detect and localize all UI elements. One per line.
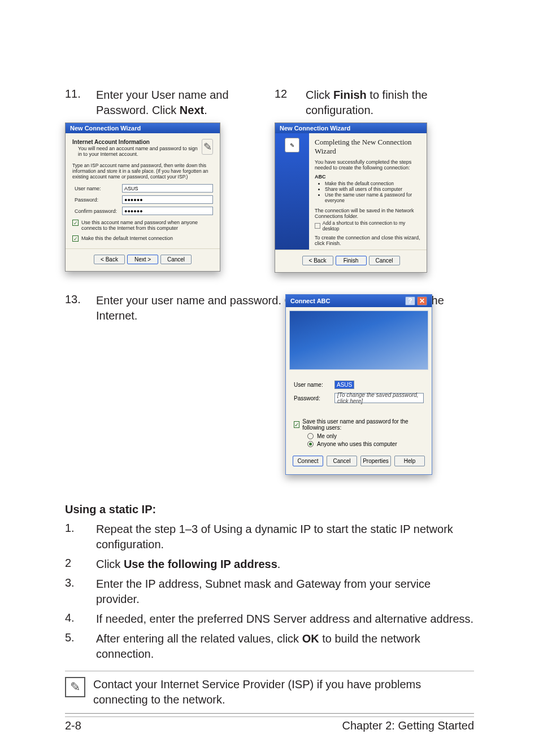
next-button[interactable]: Next > (127, 255, 158, 264)
checkbox-label: Save this user name and password for the… (302, 418, 424, 431)
bold: Next (180, 104, 204, 116)
connection-name: ABC (315, 174, 421, 180)
static-step: 4.If needed, enter the preferred DNS Ser… (65, 611, 474, 627)
note-text: Contact your Internet Service Provider (… (93, 677, 474, 707)
wizard-account-dialog: New Connection Wizard Internet Account I… (65, 123, 220, 272)
password-input[interactable] (122, 195, 213, 204)
static-step: 1.Repeat the step 1–3 of Using a dynamic… (65, 522, 474, 552)
static-ip-heading: Using a static IP: (65, 503, 474, 516)
steps-row-top: 11. Enter your User name and Password. C… (65, 88, 474, 273)
connect-dialog: Connect ABC ? ✕ User name: ASUS Password… (285, 294, 432, 475)
step-12: 12 Click Finish to finish the configurat… (275, 88, 474, 118)
radio-icon[interactable] (307, 433, 314, 439)
t: Enter your User name and Password. Click (96, 89, 229, 116)
t: Enter your user name and password. Click (96, 294, 312, 307)
checkbox-label: Use this account name and password when … (81, 220, 213, 231)
confirm-input[interactable] (122, 207, 213, 215)
list-item: Use the same user name & password for ev… (325, 192, 421, 203)
t: After entering all the related values, c… (96, 632, 302, 645)
step-text: After entering all the related values, c… (96, 631, 474, 662)
cancel-button[interactable]: Cancel (160, 255, 192, 264)
password-label: Password: (75, 197, 118, 203)
step-number: 11. (65, 88, 96, 100)
separator (65, 671, 474, 671)
close-icon[interactable]: ✕ (417, 296, 427, 305)
saved-note: The connection will be saved in the Netw… (315, 208, 421, 219)
dialog-hero-image (289, 311, 428, 370)
bold: Use the following IP address (124, 558, 277, 570)
note-block: ✎ Contact your Internet Service Provider… (65, 677, 474, 707)
t: . (204, 104, 207, 116)
wizard-icon: ✎ (202, 139, 213, 155)
step-number: 12 (275, 88, 306, 100)
password-label: Password: (294, 395, 329, 401)
dialog-subheading: You will need an account name and passwo… (78, 146, 202, 157)
step-11-col: 11. Enter your User name and Password. C… (65, 88, 264, 273)
dialog-title: Connect ABC (290, 298, 330, 304)
confirm-label: Confirm password: (75, 208, 118, 214)
t: Click (96, 558, 124, 570)
step-13-row: 13. Enter your user name and password. C… (65, 293, 474, 491)
dialog-heading: Internet Account Information (72, 139, 150, 145)
complete-title: Completing the New Connection Wizard (315, 138, 421, 156)
step-text: Click Finish to finish the configuration… (306, 88, 474, 118)
static-ip-list: 1.Repeat the step 1–3 of Using a dynamic… (65, 522, 474, 662)
back-button[interactable]: < Back (302, 256, 333, 265)
step-number: 4. (65, 611, 96, 624)
page-number: 2-8 (65, 719, 81, 732)
back-button[interactable]: < Back (94, 255, 125, 264)
chapter-title: Chapter 2: Getting Started (342, 719, 474, 732)
page-footer: 2-8 Chapter 2: Getting Started (65, 713, 474, 732)
username-label: User name: (294, 382, 329, 388)
list-item: Share with all users of this computer (325, 186, 421, 192)
complete-desc: You have successfully completed the step… (315, 159, 421, 171)
radio-label: Me only (317, 433, 337, 439)
dialog-title: New Connection Wizard (275, 123, 427, 133)
static-step: 5.After entering all the related values,… (65, 631, 474, 662)
checkbox-icon[interactable]: ✓ (72, 235, 79, 242)
password-input[interactable]: [To change the saved password, click her… (334, 393, 424, 403)
t: Click (306, 89, 333, 101)
step-number: 3. (65, 576, 96, 589)
static-step: 2Click Use the following IP address. (65, 557, 474, 572)
step-number: 5. (65, 631, 96, 644)
radio-icon[interactable] (307, 441, 314, 447)
help-button[interactable]: Help (394, 456, 425, 466)
username-input[interactable]: ASUS (334, 381, 354, 389)
username-input[interactable] (122, 184, 213, 193)
step-number: 13. (65, 293, 96, 306)
cancel-button[interactable]: Cancel (369, 256, 400, 265)
dialog-title: New Connection Wizard (66, 123, 220, 133)
step-text: Repeat the step 1–3 of Using a dynamic I… (96, 522, 474, 552)
step-text: Click Use the following IP address. (96, 557, 474, 572)
t: . (277, 558, 281, 570)
checkbox-label: Make this the default Internet connectio… (81, 235, 173, 241)
close-note: To create the connection and close this … (315, 235, 421, 246)
help-icon[interactable]: ? (405, 296, 415, 305)
checkbox-icon[interactable]: ✓ (294, 421, 299, 428)
step-text: Enter the IP address, Subnet mask and Ga… (96, 576, 474, 607)
step-number: 1. (65, 522, 96, 535)
step-12-col: 12 Click Finish to finish the configurat… (275, 88, 474, 273)
step-number: 2 (65, 557, 96, 570)
finish-button[interactable]: Finish (336, 256, 367, 265)
properties-button[interactable]: Properties (360, 456, 391, 466)
checkbox-label: Add a shortcut to this connection to my … (323, 220, 421, 231)
wizard-icon: ✎ (285, 138, 299, 152)
radio-label: Anyone who uses this computer (317, 441, 397, 447)
username-label: User name: (75, 186, 118, 191)
step-text: Enter your User name and Password. Click… (96, 88, 264, 118)
checkbox-icon[interactable]: ✓ (72, 220, 79, 226)
dialog-body: Internet Account Information You will ne… (66, 133, 220, 248)
checkbox-icon[interactable] (315, 223, 320, 229)
cancel-button[interactable]: Cancel (327, 456, 357, 466)
pencil-icon: ✎ (65, 677, 85, 697)
connect-button[interactable]: Connect (293, 456, 323, 466)
bold: OK (302, 632, 319, 645)
step-11: 11. Enter your User name and Password. C… (65, 88, 264, 118)
step-text: If needed, enter the preferred DNS Serve… (96, 611, 474, 627)
bold: Finish (333, 89, 367, 101)
static-step: 3.Enter the IP address, Subnet mask and … (65, 576, 474, 607)
wizard-complete-dialog: New Connection Wizard ✎ Completing the N… (275, 123, 427, 273)
dialog-warning: Type an ISP account name and password, t… (72, 163, 213, 180)
